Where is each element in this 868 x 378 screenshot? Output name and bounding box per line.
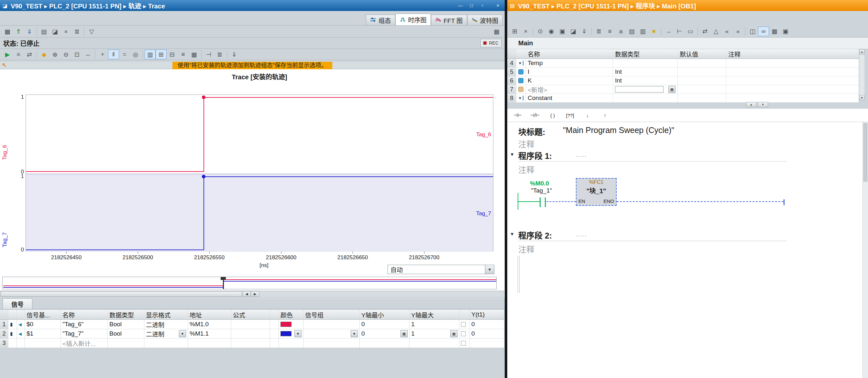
signal-formula-cell[interactable] — [231, 329, 270, 338]
variable-default-cell[interactable] — [678, 59, 726, 67]
block-title-value[interactable]: "Main Program Sweep (Cycle)" — [563, 125, 674, 135]
datatype-input[interactable] — [615, 86, 663, 92]
zoom-in-icon[interactable]: ⊕ — [50, 50, 61, 59]
table-row[interactable]: 4 ▼ Temp — [507, 59, 859, 68]
variable-comment-cell[interactable] — [726, 68, 859, 76]
delete-icon[interactable]: × — [61, 27, 71, 36]
variable-type-cell[interactable]: ▦ — [613, 85, 678, 93]
float-button[interactable]: ▫ — [478, 2, 487, 9]
new-measurement-icon[interactable]: ▩ — [2, 27, 13, 36]
scroll-up-icon[interactable]: ▲ — [859, 49, 864, 54]
table-row[interactable]: 3 <插入新计... — [0, 339, 504, 348]
close-icon[interactable]: × — [494, 2, 502, 9]
bit-tracks-icon[interactable]: ▥ — [145, 50, 156, 59]
pointer-icon[interactable]: + — [97, 50, 108, 59]
refresh-icon[interactable]: ⇄ — [700, 27, 710, 36]
signal-name-cell[interactable]: "Tag_6" — [61, 320, 108, 329]
y-min-cell[interactable]: 0▦ — [360, 329, 410, 338]
coil-icon[interactable]: ( ) — [546, 110, 560, 120]
tag6-transition-marker[interactable] — [202, 95, 206, 99]
export-icon[interactable]: ⇑ — [13, 27, 24, 36]
variable-default-cell[interactable] — [678, 94, 726, 102]
nc-contact-icon[interactable]: ⊣/⊢ — [528, 110, 542, 120]
export-diagram-icon[interactable]: ⇓ — [229, 50, 240, 59]
network1-title-dots[interactable]: ..... — [576, 151, 587, 158]
variable-comment-cell[interactable] — [726, 94, 859, 102]
restart-icon[interactable]: ⇄ — [24, 50, 35, 59]
table-row[interactable]: 6 K Int — [507, 77, 859, 85]
contact-address[interactable]: %M0.0 — [530, 180, 549, 187]
browse-icon[interactable]: ▦ — [669, 86, 676, 93]
open-branch-icon[interactable]: ⊢ — [674, 27, 685, 36]
variable-default-cell[interactable] — [678, 68, 726, 76]
stacked-view-icon[interactable]: ⊟ — [166, 50, 178, 59]
variable-type-cell[interactable]: Int — [613, 68, 678, 76]
color-swatch[interactable] — [280, 322, 291, 327]
print-icon[interactable]: ▤ — [38, 27, 50, 36]
vertical-cursor-icon[interactable]: ‖ — [108, 50, 119, 59]
download-values-icon[interactable]: ⇓ — [579, 27, 590, 36]
import-icon[interactable]: ⇓ — [24, 27, 35, 36]
chevron-down-icon[interactable]: ▼ — [518, 61, 522, 65]
variable-default-cell[interactable] — [678, 85, 726, 93]
network2-title-dots[interactable]: ..... — [576, 231, 587, 238]
eno-pin-label[interactable]: ENO — [603, 198, 614, 204]
scrollbar-thumb[interactable] — [864, 123, 867, 181]
variable-name-cell[interactable]: I — [526, 68, 613, 76]
block-comment[interactable]: 注释 — [518, 138, 534, 149]
chevron-down-icon[interactable]: ▼ — [485, 265, 494, 274]
tab-timing-diagram[interactable]: 时序图 — [395, 13, 431, 25]
align-justify-icon[interactable]: ≣ — [214, 50, 225, 59]
zoom-region-icon[interactable]: ⊡ — [71, 50, 83, 59]
copy-icon[interactable]: ◪ — [50, 27, 61, 36]
tab-bode-diagram[interactable]: 波特图 — [467, 14, 503, 25]
consistency-check-icon[interactable]: △ — [710, 27, 721, 36]
undo-icon[interactable]: « — [721, 27, 733, 36]
tab-signals[interactable]: 信号 — [3, 298, 32, 310]
redo-icon[interactable]: » — [733, 27, 743, 36]
y-max-cell[interactable]: 1▦ — [410, 329, 459, 338]
jump-to-icon[interactable]: → — [663, 27, 674, 36]
signal-datatype-cell[interactable]: Bool — [108, 320, 144, 329]
scroll-down-icon[interactable]: ▼ — [859, 95, 864, 100]
stop-trace-icon[interactable]: ■ — [13, 50, 24, 59]
signal-base-cell[interactable]: $1 — [25, 329, 61, 338]
signal-base-cell[interactable]: $0 — [25, 320, 61, 329]
variable-type-cell[interactable]: Int — [613, 77, 678, 85]
tab-configuration[interactable]: 组态 — [366, 14, 395, 25]
signal-address-cell[interactable]: %M1.1 — [188, 329, 231, 338]
chevron-down-icon[interactable]: ▼ — [179, 330, 186, 337]
contact-bar-left[interactable] — [539, 197, 540, 207]
network2-comment[interactable]: 注释 — [518, 243, 534, 255]
snapshot-values-icon[interactable]: ▣ — [557, 27, 568, 36]
signal-name-cell[interactable]: "Tag_7" — [61, 329, 108, 338]
insert-row-icon[interactable]: ⊞ — [509, 27, 520, 36]
add-variable-cell[interactable]: <新增> — [526, 85, 613, 93]
close-branch-icon[interactable]: ↑ — [598, 110, 612, 120]
variable-comment-cell[interactable] — [726, 59, 859, 67]
chevron-down-icon[interactable]: ▼ — [518, 96, 522, 100]
network1-title[interactable]: 程序段 1: — [518, 149, 552, 161]
signal-color-cell[interactable]: ▼ — [279, 329, 304, 338]
expand-interface-icon[interactable]: ▼ — [758, 102, 768, 107]
visible-cell[interactable] — [459, 329, 470, 338]
visibility-checkbox[interactable] — [461, 331, 466, 336]
scrollbar-thumb[interactable] — [1, 291, 242, 297]
horizontal-cursor-icon[interactable]: = — [119, 50, 130, 59]
time-range-select[interactable]: 自动 ▼ — [388, 265, 494, 274]
overview-cursor-grip[interactable] — [221, 277, 226, 280]
signal-color-cell[interactable] — [279, 320, 304, 329]
signal-base-cell[interactable] — [25, 339, 61, 348]
signal-group-cell[interactable] — [304, 320, 360, 329]
no-contact-icon[interactable]: ⊣⊢ — [510, 110, 525, 120]
copy-values-icon[interactable]: ◪ — [568, 27, 579, 36]
trace-plot-area[interactable] — [26, 94, 493, 252]
visible-cell[interactable] — [459, 320, 470, 329]
interface-scrollbar[interactable]: ▲ ▼ — [859, 49, 864, 100]
variable-type-cell[interactable] — [613, 94, 678, 102]
en-pin-label[interactable]: EN — [579, 198, 585, 204]
add-signal-cell[interactable]: <插入新计... — [61, 339, 108, 348]
grid-icon[interactable]: ▦ — [189, 50, 199, 59]
scroll-left-icon[interactable]: ◀ — [243, 291, 251, 297]
empty-box-icon[interactable]: ▭ — [685, 27, 696, 36]
